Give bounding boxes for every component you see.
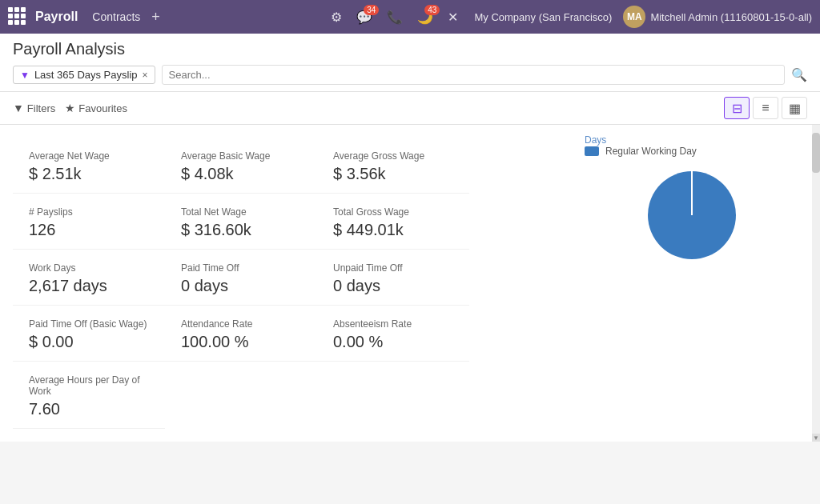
- chart-area: Days Regular Working Day: [572, 125, 812, 442]
- kanban-view-button[interactable]: ⊟: [724, 97, 750, 119]
- phone-icon[interactable]: 📞: [382, 6, 408, 28]
- metric-avg-net-wage: Average Net Wage $ 2.51k: [13, 138, 165, 194]
- contracts-link[interactable]: Contracts: [89, 9, 143, 25]
- metric-label: Average Gross Wage: [333, 150, 453, 162]
- metric-payslips: # Payslips 126: [13, 194, 165, 250]
- scrollbar-thumb[interactable]: [812, 133, 820, 173]
- legend-color-box: [585, 146, 599, 156]
- metric-paid-time-off: Paid Time Off 0 days: [165, 250, 317, 306]
- metric-label: Average Net Wage: [29, 150, 149, 162]
- navbar: Payroll Contracts + ⚙ 💬 34 📞 🌙 43 ✕ My C…: [0, 0, 820, 34]
- star-icon: ★: [65, 102, 75, 114]
- metric-value: 0 days: [333, 277, 453, 295]
- metric-paid-time-off-basic: Paid Time Off (Basic Wage) $ 0.00: [13, 306, 165, 362]
- metric-label: Paid Time Off (Basic Wage): [29, 318, 149, 330]
- filters-button[interactable]: ▼ Filters: [13, 102, 55, 114]
- pie-svg: [640, 163, 744, 267]
- toolbar-right: ⊟ ≡ ▦: [724, 97, 807, 119]
- search-input[interactable]: [169, 69, 778, 81]
- chat-icon[interactable]: 💬 34: [352, 6, 377, 28]
- metric-unpaid-time-off: Unpaid Time Off 0 days: [317, 250, 469, 306]
- filter-tag-close[interactable]: ×: [143, 70, 148, 81]
- scroll-down-arrow[interactable]: ▼: [812, 434, 820, 442]
- pie-chart: [585, 163, 799, 267]
- metric-total-net-wage: Total Net Wage $ 316.60k: [165, 194, 317, 250]
- chart-title: Days: [585, 134, 799, 146]
- metric-label: Work Days: [29, 262, 149, 274]
- metric-value: $ 316.60k: [181, 221, 301, 239]
- company-name: My Company (San Francisco): [474, 11, 612, 23]
- metric-value: $ 3.56k: [333, 165, 453, 183]
- toolbar-left: ▼ Filters ★ Favourites: [13, 102, 127, 114]
- metric-label: Total Net Wage: [181, 206, 301, 218]
- avatar[interactable]: MA: [623, 6, 645, 28]
- metric-value: 7.60: [29, 400, 149, 418]
- metric-value: 2,617 days: [29, 277, 149, 295]
- metric-avg-hours: Average Hours per Day ofWork 7.60: [13, 362, 165, 429]
- filter-tag-icon: ▼: [20, 70, 30, 81]
- scrollbar[interactable]: ▼: [812, 125, 820, 442]
- apps-icon[interactable]: [8, 7, 27, 26]
- metric-label: Attendance Rate: [181, 318, 301, 330]
- metric-value: $ 4.08k: [181, 165, 301, 183]
- toolbar: ▼ Filters ★ Favourites ⊟ ≡ ▦: [0, 92, 820, 125]
- metric-avg-gross-wage: Average Gross Wage $ 3.56k: [317, 138, 469, 194]
- metric-label: Average Basic Wage: [181, 150, 301, 162]
- settings-icon[interactable]: ⚙: [326, 6, 347, 28]
- page-title: Payroll Analysis: [13, 40, 807, 58]
- list-view-button[interactable]: ≡: [753, 97, 778, 119]
- metric-value: $ 0.00: [29, 333, 149, 351]
- metric-label: Total Gross Wage: [333, 206, 453, 218]
- metric-value: 100.00 %: [181, 333, 301, 351]
- metric-label: Unpaid Time Off: [333, 262, 453, 274]
- favourites-label: Favourites: [78, 102, 127, 114]
- search-bar-row: ▼ Last 365 Days Payslip × 🔍: [13, 65, 807, 85]
- metric-total-gross-wage: Total Gross Wage $ 449.01k: [317, 194, 469, 250]
- filter-tag: ▼ Last 365 Days Payslip ×: [13, 66, 155, 84]
- filter-icon: ▼: [13, 102, 24, 114]
- content-area: Average Net Wage $ 2.51k Average Basic W…: [0, 125, 572, 442]
- add-button[interactable]: +: [148, 9, 163, 26]
- chat-badge: 34: [364, 5, 379, 15]
- search-icon[interactable]: 🔍: [791, 67, 807, 82]
- metric-work-days: Work Days 2,617 days: [13, 250, 165, 306]
- bar-view-button[interactable]: ▦: [782, 97, 807, 119]
- close-icon[interactable]: ✕: [443, 6, 463, 28]
- metric-avg-basic-wage: Average Basic Wage $ 4.08k: [165, 138, 317, 194]
- metric-absenteeism-rate: Absenteeism Rate 0.00 %: [317, 306, 469, 362]
- metric-value: $ 2.51k: [29, 165, 149, 183]
- metric-attendance-rate: Attendance Rate 100.00 %: [165, 306, 317, 362]
- metric-value: 0.00 %: [333, 333, 453, 351]
- app-name: Payroll: [35, 10, 78, 24]
- moon-icon[interactable]: 🌙 43: [412, 6, 438, 28]
- legend-label: Regular Working Day: [605, 146, 697, 157]
- metric-label: Average Hours per Day ofWork: [29, 374, 149, 397]
- filters-label: Filters: [27, 102, 55, 114]
- metrics-grid: Average Net Wage $ 2.51k Average Basic W…: [13, 138, 559, 429]
- user-info: MA Mitchell Admin (11160801-15-0-all): [623, 6, 812, 28]
- favourites-button[interactable]: ★ Favourites: [65, 102, 127, 114]
- metric-value: 126: [29, 221, 149, 239]
- filter-tag-label: Last 365 Days Payslip: [34, 69, 138, 81]
- metric-label: # Payslips: [29, 206, 149, 218]
- user-name: Mitchell Admin (11160801-15-0-all): [650, 11, 812, 23]
- clock-badge: 43: [424, 5, 440, 15]
- metric-label: Absenteeism Rate: [333, 318, 453, 330]
- chart-legend: Regular Working Day: [585, 146, 799, 157]
- sub-header: Payroll Analysis ▼ Last 365 Days Payslip…: [0, 34, 820, 92]
- metric-value: 0 days: [181, 277, 301, 295]
- metric-value: $ 449.01k: [333, 221, 453, 239]
- metric-label: Paid Time Off: [181, 262, 301, 274]
- search-input-wrapper: [162, 65, 785, 85]
